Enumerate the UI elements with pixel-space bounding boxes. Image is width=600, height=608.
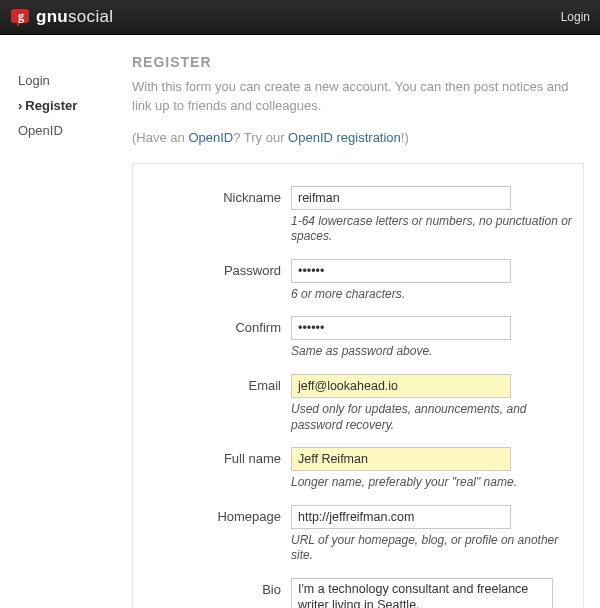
field-bio: Bio I'm a technology consultant and free… (143, 578, 573, 608)
openid-post: !) (401, 130, 409, 145)
brand[interactable]: g gnusocial (10, 6, 113, 28)
page: Login Register OpenID REGISTER With this… (0, 35, 600, 608)
password-input[interactable] (291, 259, 511, 283)
nickname-ctrl: 1-64 lowercase letters or numbers, no pu… (291, 186, 573, 245)
bio-ctrl: I'm a technology consultant and freelanc… (291, 578, 573, 608)
openid-registration-link[interactable]: OpenID registration (288, 130, 401, 145)
homepage-hint: URL of your homepage, blog, or profile o… (291, 533, 573, 564)
brand-name: gnusocial (36, 7, 113, 27)
field-email: Email Used only for updates, announcemen… (143, 374, 573, 433)
sidebar-item-openid[interactable]: OpenID (18, 118, 118, 143)
password-ctrl: 6 or more characters. (291, 259, 573, 303)
fullname-label: Full name (143, 447, 291, 466)
brand-name-bold: gnu (36, 7, 68, 26)
email-label: Email (143, 374, 291, 393)
bio-label: Bio (143, 578, 291, 597)
openid-mid: ? Try our (233, 130, 288, 145)
confirm-hint: Same as password above. (291, 344, 573, 360)
page-title: REGISTER (132, 54, 584, 70)
brand-logo-icon: g (10, 6, 32, 28)
intro-text: With this form you can create a new acco… (132, 78, 584, 116)
password-label: Password (143, 259, 291, 278)
email-input[interactable] (291, 374, 511, 398)
register-form: Nickname 1-64 lowercase letters or numbe… (132, 163, 584, 608)
field-fullname: Full name Longer name, preferably your "… (143, 447, 573, 491)
confirm-ctrl: Same as password above. (291, 316, 573, 360)
password-hint: 6 or more characters. (291, 287, 573, 303)
openid-link[interactable]: OpenID (188, 130, 233, 145)
email-ctrl: Used only for updates, announcements, an… (291, 374, 573, 433)
fullname-ctrl: Longer name, preferably your "real" name… (291, 447, 573, 491)
sidebar-item-register[interactable]: Register (18, 93, 118, 118)
nickname-hint: 1-64 lowercase letters or numbers, no pu… (291, 214, 573, 245)
nickname-label: Nickname (143, 186, 291, 205)
sidebar: Login Register OpenID (0, 50, 118, 143)
top-login-link[interactable]: Login (561, 10, 590, 24)
sidebar-item-login[interactable]: Login (18, 68, 118, 93)
openid-hint: (Have an OpenID? Try our OpenID registra… (132, 130, 584, 145)
openid-pre: (Have an (132, 130, 188, 145)
bio-input[interactable]: I'm a technology consultant and freelanc… (291, 578, 553, 608)
svg-text:g: g (18, 9, 24, 23)
homepage-ctrl: URL of your homepage, blog, or profile o… (291, 505, 573, 564)
field-nickname: Nickname 1-64 lowercase letters or numbe… (143, 186, 573, 245)
main: REGISTER With this form you can create a… (118, 50, 600, 608)
confirm-input[interactable] (291, 316, 511, 340)
field-password: Password 6 or more characters. (143, 259, 573, 303)
confirm-label: Confirm (143, 316, 291, 335)
field-confirm: Confirm Same as password above. (143, 316, 573, 360)
homepage-label: Homepage (143, 505, 291, 524)
fullname-hint: Longer name, preferably your "real" name… (291, 475, 573, 491)
nickname-input[interactable] (291, 186, 511, 210)
field-homepage: Homepage URL of your homepage, blog, or … (143, 505, 573, 564)
homepage-input[interactable] (291, 505, 511, 529)
top-bar: g gnusocial Login (0, 0, 600, 35)
brand-name-light: social (68, 7, 113, 26)
email-hint: Used only for updates, announcements, an… (291, 402, 573, 433)
fullname-input[interactable] (291, 447, 511, 471)
